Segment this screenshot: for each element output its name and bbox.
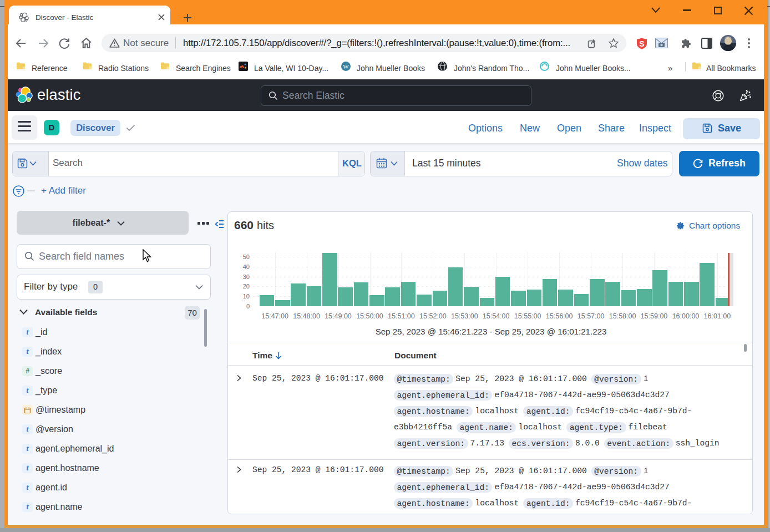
svg-text:S: S bbox=[639, 39, 644, 48]
svg-text:W: W bbox=[343, 63, 349, 70]
